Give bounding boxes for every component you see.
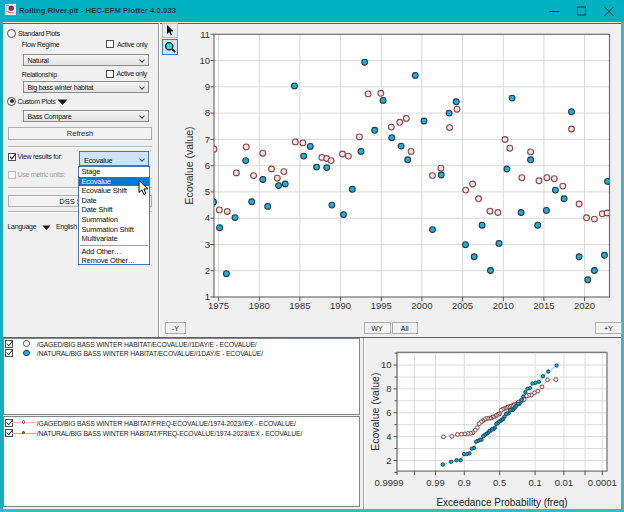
svg-text:6: 6 xyxy=(205,160,210,171)
svg-text:10: 10 xyxy=(381,359,392,370)
svg-text:6: 6 xyxy=(386,407,391,418)
svg-text:2: 2 xyxy=(205,265,210,276)
svg-text:0.99: 0.99 xyxy=(426,477,445,488)
svg-text:7: 7 xyxy=(205,134,210,145)
svg-text:1985: 1985 xyxy=(289,300,310,311)
svg-text:Ecovalue (value): Ecovalue (value) xyxy=(370,373,382,451)
svg-text:0.01: 0.01 xyxy=(555,477,574,488)
svg-text:3: 3 xyxy=(205,239,210,250)
svg-text:Exceedance Probability (freq): Exceedance Probability (freq) xyxy=(436,497,567,508)
svg-text:4: 4 xyxy=(386,431,391,442)
svg-text:11: 11 xyxy=(200,29,210,40)
svg-text:0.9: 0.9 xyxy=(458,477,471,488)
svg-text:0.9999: 0.9999 xyxy=(375,477,404,488)
svg-text:1980: 1980 xyxy=(249,300,270,311)
svg-text:4: 4 xyxy=(205,212,210,223)
svg-text:1990: 1990 xyxy=(330,300,351,311)
svg-text:2005: 2005 xyxy=(452,300,473,311)
svg-text:9: 9 xyxy=(205,81,210,92)
svg-text:0.5: 0.5 xyxy=(493,477,506,488)
svg-text:Ecovalue (value): Ecovalue (value) xyxy=(183,126,195,204)
svg-text:8: 8 xyxy=(386,383,391,394)
svg-text:2000: 2000 xyxy=(411,300,432,311)
svg-text:10: 10 xyxy=(199,55,210,66)
svg-text:2010: 2010 xyxy=(493,300,514,311)
svg-text:8: 8 xyxy=(205,107,210,118)
svg-text:5: 5 xyxy=(205,186,210,197)
svg-text:0.0001: 0.0001 xyxy=(588,477,617,488)
svg-text:1995: 1995 xyxy=(371,300,392,311)
svg-text:1975: 1975 xyxy=(208,300,229,311)
svg-text:0.1: 0.1 xyxy=(528,477,541,488)
svg-text:2: 2 xyxy=(386,455,391,466)
svg-text:2020: 2020 xyxy=(574,300,595,311)
svg-text:2015: 2015 xyxy=(533,300,554,311)
